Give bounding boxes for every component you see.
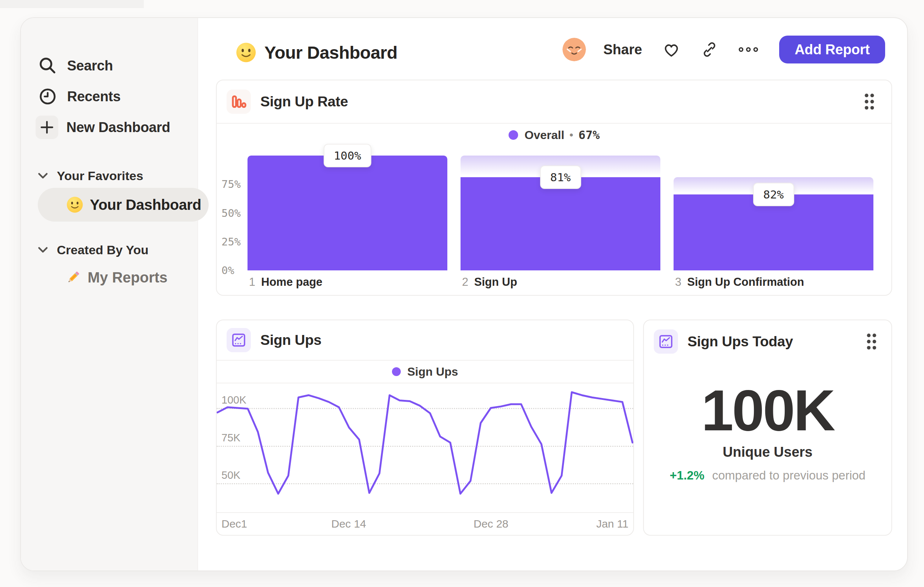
sidebar-group-your-favorites[interactable]: Your Favorites xyxy=(21,165,198,187)
metric-delta: +1.2% compared to previous period xyxy=(644,468,891,483)
line-legend[interactable]: Sign Ups xyxy=(217,360,633,383)
chevron-down-icon xyxy=(38,246,48,253)
page-title: Your Dashboard xyxy=(236,42,398,63)
clock-icon xyxy=(36,85,59,108)
search-icon xyxy=(36,54,59,77)
funnel-step-label: 1Home page xyxy=(249,276,322,289)
sidebar-item-search[interactable]: Search xyxy=(21,50,198,81)
step-number: 2 xyxy=(462,276,468,289)
conversion-badge: 82% xyxy=(753,183,794,206)
metric-label: Unique Users xyxy=(644,444,891,460)
sidebar-item-my-reports[interactable]: My Reports xyxy=(38,261,195,293)
sign-ups-card: Sign Ups Sign Ups 100K75K50K Dec1Dec 14D… xyxy=(216,319,634,536)
screen-artifact-strip xyxy=(0,0,144,8)
pencil-emoji xyxy=(65,269,82,286)
sidebar-item-recents[interactable]: Recents xyxy=(21,81,198,112)
conversion-badge: 81% xyxy=(540,165,581,189)
sidebar-item-label: Your Dashboard xyxy=(90,197,201,213)
step-label: Sign Up Confirmation xyxy=(687,276,804,289)
conversion-badge: 100% xyxy=(323,144,371,167)
sidebar-item-label: New Dashboard xyxy=(66,120,170,136)
y-axis-tick: 75% xyxy=(221,178,241,190)
signups-line-series xyxy=(217,384,633,512)
avatar[interactable] xyxy=(563,38,586,61)
sidebar-item-new-dashboard[interactable]: New Dashboard xyxy=(21,112,198,143)
card-title: Sign Ups Today xyxy=(688,334,793,350)
delta-note: compared to previous period xyxy=(712,468,865,482)
group-header-label: Created By You xyxy=(57,243,148,257)
funnel-step-label: 2Sign Up xyxy=(462,276,517,289)
x-axis-tick: Dec 28 xyxy=(474,518,508,530)
card-header: Sign Ups Today xyxy=(644,320,891,363)
drag-handle-icon[interactable] xyxy=(860,91,879,112)
metric-value: 100K xyxy=(644,377,891,443)
ellipsis-more-button[interactable] xyxy=(738,45,759,54)
page-title-text: Your Dashboard xyxy=(264,43,398,63)
funnel-step-label: 3Sign Up Confirmation xyxy=(675,276,804,289)
delta-value: +1.2% xyxy=(670,468,705,482)
funnel-bar-converted-segment xyxy=(248,155,447,270)
bar-chart-icon xyxy=(227,89,251,114)
card-header: Sign Up Rate xyxy=(217,80,891,123)
app-window: Search Recents New Dashboard Your Favori… xyxy=(20,17,908,571)
sidebar: Search Recents New Dashboard Your Favori… xyxy=(21,18,198,570)
x-axis-tick: Dec1 xyxy=(221,518,247,530)
sidebar-item-your-dashboard[interactable]: Your Dashboard xyxy=(38,188,209,222)
y-axis-tick: 50% xyxy=(221,207,241,219)
x-axis-labels: Dec1Dec 14Dec 28Jan 11 xyxy=(217,513,633,535)
step-number: 1 xyxy=(249,276,255,289)
drag-handle-icon[interactable] xyxy=(862,331,881,352)
smiley-emoji xyxy=(236,42,256,63)
legend-label: Sign Ups xyxy=(408,365,458,379)
favorite-heart-button[interactable] xyxy=(662,41,681,58)
step-label: Sign Up xyxy=(474,276,517,289)
header-actions: Share Add Report xyxy=(563,33,886,66)
step-number: 3 xyxy=(675,276,681,289)
funnel-chart: 75%50%25%0%100%1Home page81%2Sign Up82%3… xyxy=(217,123,891,295)
line-chart-icon xyxy=(654,329,678,354)
add-report-button[interactable]: Add Report xyxy=(779,36,885,63)
y-axis-tick: 25% xyxy=(221,236,241,248)
sign-ups-today-card: Sign Ups Today 100K Unique Users +1.2% c… xyxy=(643,319,892,536)
copy-link-button[interactable] xyxy=(701,41,718,58)
line-chart: 100K75K50K xyxy=(217,384,633,512)
funnel-bar xyxy=(248,155,447,270)
sidebar-item-label: Recents xyxy=(67,89,120,104)
smiley-emoji xyxy=(66,196,83,213)
y-axis-tick: 0% xyxy=(221,264,234,277)
legend-swatch xyxy=(392,367,401,376)
x-axis-tick: Dec 14 xyxy=(331,518,366,530)
line-chart-icon xyxy=(227,328,251,352)
card-header: Sign Ups xyxy=(217,320,633,360)
chevron-down-icon xyxy=(38,172,48,179)
funnel-bar-converted-segment xyxy=(460,177,660,270)
card-title: Sign Up Rate xyxy=(260,94,348,110)
group-header-label: Your Favorites xyxy=(57,169,144,183)
share-button[interactable]: Share xyxy=(604,42,642,58)
plus-icon xyxy=(36,116,58,139)
x-axis-tick: Jan 11 xyxy=(596,518,629,530)
sidebar-item-label: Search xyxy=(67,58,113,74)
sidebar-group-created-by-you[interactable]: Created By You xyxy=(21,239,198,261)
sign-up-rate-card: Sign Up Rate Overall • 67% 75%50%25%0%10… xyxy=(216,79,892,296)
sidebar-item-label: My Reports xyxy=(87,269,168,286)
step-label: Home page xyxy=(261,276,322,289)
card-title: Sign Ups xyxy=(260,332,322,348)
